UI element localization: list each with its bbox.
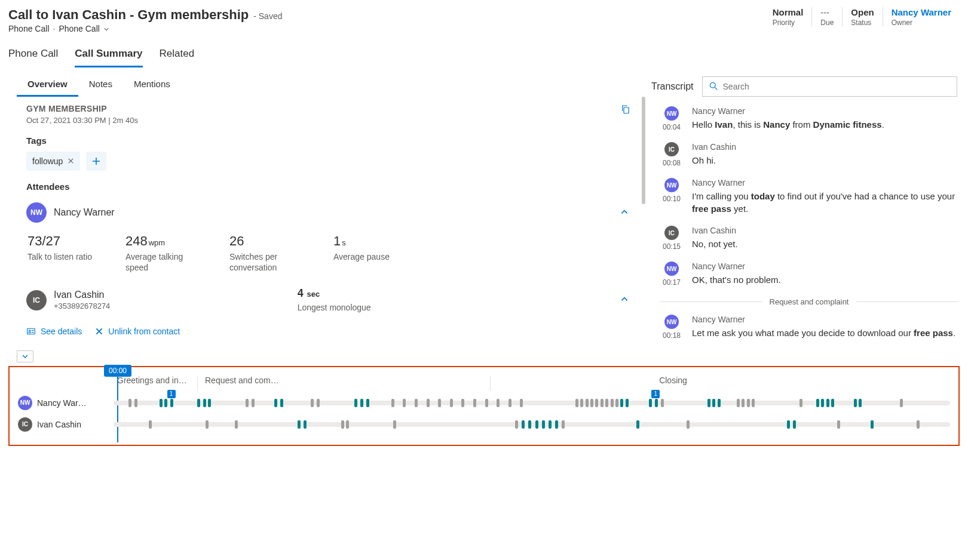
saved-indicator: - Saved	[253, 11, 282, 21]
transcript-time: 00:15	[663, 242, 681, 251]
transcript-time: 00:08	[663, 159, 681, 167]
timeline-tick	[128, 399, 131, 407]
metric-monologue: 4 sec Longest monologue	[298, 287, 371, 313]
timeline-tick	[626, 399, 629, 407]
owner-cell[interactable]: Nancy Warner Owner	[883, 7, 960, 27]
call-topic: GYM MEMBERSHIP	[26, 104, 138, 113]
timeline-tick	[595, 399, 598, 407]
timeline-tick	[831, 399, 834, 407]
tab-related[interactable]: Related	[160, 44, 195, 67]
transcript-item[interactable]: NW00:04Nancy WarnerHello Ivan, this is N…	[660, 106, 958, 131]
timeline-tick	[712, 399, 715, 407]
timeline-tick	[403, 399, 406, 407]
priority-cell[interactable]: Normal Priority	[764, 7, 812, 27]
metric-pause: 1s Average pause	[333, 233, 405, 273]
due-value: ---	[820, 7, 834, 17]
transcript-item[interactable]: NW00:18Nancy WarnerLet me ask you what m…	[660, 315, 958, 340]
attendee-name: Nancy Warner	[54, 207, 115, 218]
timeline-tick	[298, 420, 301, 429]
timeline-track-row: NWNancy War…11	[18, 396, 950, 410]
search-input[interactable]	[723, 82, 951, 91]
timeline-tick	[317, 399, 320, 407]
timeline-tick	[555, 420, 558, 429]
timeline-tick	[391, 399, 394, 407]
timeline-rows: NWNancy War…11ICIvan Cashin	[18, 396, 950, 432]
transcript-time: 00:04	[663, 123, 681, 131]
timeline-tick	[203, 399, 206, 407]
subtab-notes[interactable]: Notes	[78, 74, 123, 97]
transcript-speaker: Ivan Cashin	[692, 226, 958, 235]
timeline-tick	[787, 420, 790, 429]
transcript-speaker: Nancy Warner	[692, 315, 958, 324]
record-title: Call to Ivan Cashin - Gym membership	[8, 7, 249, 23]
timeline-track[interactable]	[114, 422, 950, 427]
timeline-tick	[360, 399, 363, 407]
tags-heading: Tags	[26, 136, 631, 146]
transcript-divider: Request and complaint	[660, 297, 958, 306]
timeline-tick	[149, 420, 152, 429]
timeline-badge[interactable]: 1	[167, 390, 176, 398]
transcript-time: 00:10	[663, 195, 681, 203]
chevron-up-icon[interactable]	[618, 205, 631, 220]
timeline-tick	[707, 399, 710, 407]
timeline-tick	[508, 399, 511, 407]
transcript-item[interactable]: IC00:15Ivan CashinNo, not yet.	[660, 226, 958, 251]
timeline-tick	[438, 399, 441, 407]
overview-pane: Overview Notes Mentions GYM MEMBERSHIP O…	[8, 68, 649, 362]
expand-toggle[interactable]	[17, 350, 33, 362]
transcript-text: Oh hi.	[692, 154, 958, 167]
timeline-tick	[575, 399, 578, 407]
chevron-up-icon[interactable]	[618, 293, 631, 307]
timeline-tick	[747, 399, 750, 407]
tab-call-summary[interactable]: Call Summary	[75, 44, 142, 67]
timeline-tick	[160, 399, 163, 407]
playhead-line	[117, 377, 118, 442]
unlink-contact-link[interactable]: Unlink from contact	[95, 327, 180, 336]
chevron-down-icon[interactable]	[103, 26, 109, 32]
timeline-tick	[497, 399, 500, 407]
timeline-tick	[208, 399, 211, 407]
transcript-heading: Transcript	[651, 81, 694, 92]
timeline-track[interactable]: 11	[114, 401, 950, 405]
timeline-tick	[522, 420, 525, 429]
tab-phone-call[interactable]: Phone Call	[8, 44, 58, 67]
timeline-tick	[170, 399, 173, 407]
subtab-mentions[interactable]: Mentions	[123, 74, 181, 97]
timeline-tick	[605, 399, 608, 407]
transcript-item[interactable]: NW00:10Nancy WarnerI'm calling you today…	[660, 178, 958, 215]
tags-row: followup	[26, 152, 631, 171]
timeline-tick	[586, 399, 589, 407]
transcript-item[interactable]: IC00:08Ivan CashinOh hi.	[660, 142, 958, 167]
separator: ·	[53, 24, 56, 33]
header-left: Call to Ivan Cashin - Gym membership - S…	[8, 7, 282, 33]
timeline-tick	[274, 399, 277, 407]
record-subtitle[interactable]: Phone Call · Phone Call	[8, 24, 282, 33]
timeline-tick	[615, 399, 618, 407]
due-label: Due	[820, 19, 834, 27]
scrollbar[interactable]	[642, 97, 645, 204]
sub-tabs: Overview Notes Mentions	[8, 68, 649, 97]
timeline-tick	[816, 399, 819, 407]
metric-talk-listen: 73/27 Talk to listen ratio	[27, 233, 99, 273]
timeline-badge[interactable]: 1	[651, 390, 660, 398]
timeline-tick	[252, 399, 255, 407]
timeline-tick	[235, 420, 238, 429]
status-cell[interactable]: Open Status	[842, 7, 882, 27]
close-icon[interactable]	[68, 156, 74, 166]
add-tag-button[interactable]	[86, 152, 106, 171]
tag-followup[interactable]: followup	[26, 152, 80, 171]
timeline-tick	[535, 420, 538, 429]
timeline-tick	[826, 399, 829, 407]
transcript-time: 00:18	[663, 331, 681, 340]
see-details-link[interactable]: See details	[26, 327, 82, 336]
due-cell[interactable]: --- Due	[811, 7, 842, 27]
search-box[interactable]	[702, 76, 957, 97]
timeline-tick	[854, 399, 857, 407]
status-value: Open	[851, 7, 874, 17]
owner-label: Owner	[892, 19, 951, 27]
subtab-overview[interactable]: Overview	[17, 74, 78, 97]
transcript-item[interactable]: NW00:17Nancy WarnerOK, that's no problem…	[660, 261, 958, 287]
timeline-tick	[197, 399, 200, 407]
timeline-panel: 00:00 Greetings and in…Request and com…C…	[8, 366, 960, 446]
copy-icon[interactable]	[620, 104, 631, 116]
